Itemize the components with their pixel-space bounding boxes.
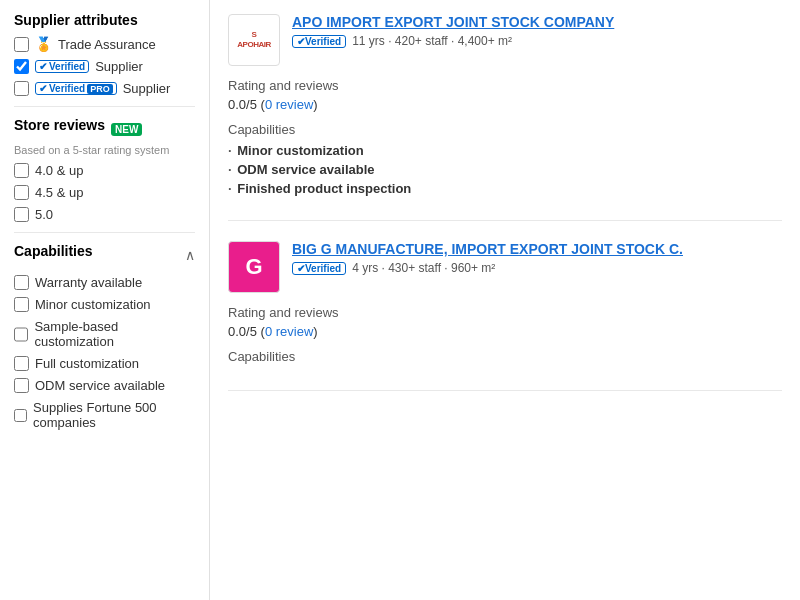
sidebar: Supplier attributes 🏅 Trade Assurance ✔ … xyxy=(0,0,210,600)
supplier-name-bigg[interactable]: BIG G MANUFACTURE, IMPORT EXPORT JOINT S… xyxy=(292,241,782,257)
trade-assurance-label: Trade Assurance xyxy=(58,37,156,52)
rating-label-bigg: Rating and reviews xyxy=(228,305,782,320)
filter-odm[interactable]: ODM service available xyxy=(14,378,195,393)
logo-text-bigg: G xyxy=(245,254,262,280)
capability-minor-apo: · Minor customization xyxy=(228,143,782,158)
verified-pro-badge: ✔ Verified PRO xyxy=(35,82,117,95)
fortune500-label: Supplies Fortune 500 companies xyxy=(33,400,195,430)
verified-pro-check-icon: ✔ xyxy=(39,83,47,94)
verified-pro-checkbox[interactable] xyxy=(14,81,29,96)
filter-full-custom[interactable]: Full customization xyxy=(14,356,195,371)
verified-badge-label: Verified xyxy=(49,61,85,72)
review-link-bigg[interactable]: 0 review xyxy=(265,324,313,339)
rating-score-apo: 0.0/5 xyxy=(228,97,257,112)
verified-pro-text: Verified xyxy=(49,83,85,94)
rating-45up-label: 4.5 & up xyxy=(35,185,83,200)
supplier-logo-bigg: G xyxy=(228,241,280,293)
verified-check-icon: ✔ xyxy=(39,61,47,72)
verified-inline-apo: ✔ Verified xyxy=(292,35,346,48)
supplier-info-bigg: BIG G MANUFACTURE, IMPORT EXPORT JOINT S… xyxy=(292,241,782,275)
supplier-meta-bigg: ✔ Verified 4 yrs · 430+ staff · 960+ m² xyxy=(292,261,782,275)
supplier-card-apo: SAPOHAIR APO IMPORT EXPORT JOINT STOCK C… xyxy=(228,14,782,221)
verified-check-bigg-icon: ✔ xyxy=(297,263,305,274)
verified-pro-label: Supplier xyxy=(123,81,171,96)
supplier-header-apo: SAPOHAIR APO IMPORT EXPORT JOINT STOCK C… xyxy=(228,14,782,66)
bullet-icon-3: · xyxy=(228,181,232,196)
supplier-header-bigg: G BIG G MANUFACTURE, IMPORT EXPORT JOINT… xyxy=(228,241,782,293)
capability-text-1: Minor customization xyxy=(237,143,363,158)
rating-value-bigg: 0.0/5 (0 review) xyxy=(228,324,782,339)
warranty-checkbox[interactable] xyxy=(14,275,29,290)
supplier-logo-apo: SAPOHAIR xyxy=(228,14,280,66)
odm-checkbox[interactable] xyxy=(14,378,29,393)
rating-4up-label: 4.0 & up xyxy=(35,163,83,178)
rating-5-label: 5.0 xyxy=(35,207,53,222)
verified-label-bigg: Verified xyxy=(305,263,341,274)
verified-supplier-checkbox[interactable] xyxy=(14,59,29,74)
full-custom-checkbox[interactable] xyxy=(14,356,29,371)
rating-score-bigg: 0.0/5 xyxy=(228,324,257,339)
rating-45up-checkbox[interactable] xyxy=(14,185,29,200)
verified-inline-bigg: ✔ Verified xyxy=(292,262,346,275)
filter-verified-supplier[interactable]: ✔ Verified Supplier xyxy=(14,59,195,74)
verified-badge: ✔ Verified xyxy=(35,60,89,73)
divider-1 xyxy=(14,106,195,107)
supplier-meta-apo: ✔ Verified 11 yrs · 420+ staff · 4,400+ … xyxy=(292,34,782,48)
filter-rating-4up[interactable]: 4.0 & up xyxy=(14,163,195,178)
warranty-label: Warranty available xyxy=(35,275,142,290)
store-reviews-header: Store reviews NEW xyxy=(14,117,195,141)
minor-custom-checkbox[interactable] xyxy=(14,297,29,312)
supplier-card-bigg: G BIG G MANUFACTURE, IMPORT EXPORT JOINT… xyxy=(228,241,782,391)
capabilities-header: Capabilities ∧ xyxy=(14,243,195,267)
verified-label-apo: Verified xyxy=(305,36,341,47)
filter-warranty[interactable]: Warranty available xyxy=(14,275,195,290)
divider-2 xyxy=(14,232,195,233)
new-badge: NEW xyxy=(111,123,142,136)
review-link-apo[interactable]: 0 review xyxy=(265,97,313,112)
verified-supplier-label: Supplier xyxy=(95,59,143,74)
supplier-attributes-title: Supplier attributes xyxy=(14,12,195,28)
bullet-icon-1: · xyxy=(228,143,232,158)
capability-odm-apo: · ODM service available xyxy=(228,162,782,177)
full-custom-label: Full customization xyxy=(35,356,139,371)
sample-based-checkbox[interactable] xyxy=(14,327,28,342)
supplier-meta-info-apo: 11 yrs · 420+ staff · 4,400+ m² xyxy=(352,34,512,48)
fortune500-checkbox[interactable] xyxy=(14,408,27,423)
capability-inspection-apo: · Finished product inspection xyxy=(228,181,782,196)
filter-fortune500[interactable]: Supplies Fortune 500 companies xyxy=(14,400,195,430)
rating-subtitle: Based on a 5-star rating system xyxy=(14,144,195,156)
capabilities-title: Capabilities xyxy=(14,243,93,259)
verified-check-apo-icon: ✔ xyxy=(297,36,305,47)
rating-5-checkbox[interactable] xyxy=(14,207,29,222)
rating-label-apo: Rating and reviews xyxy=(228,78,782,93)
trade-assurance-checkbox[interactable] xyxy=(14,37,29,52)
supplier-info-apo: APO IMPORT EXPORT JOINT STOCK COMPANY ✔ … xyxy=(292,14,782,48)
rating-value-apo: 0.0/5 (0 review) xyxy=(228,97,782,112)
minor-custom-label: Minor customization xyxy=(35,297,151,312)
supplier-meta-info-bigg: 4 yrs · 430+ staff · 960+ m² xyxy=(352,261,495,275)
rating-4up-checkbox[interactable] xyxy=(14,163,29,178)
capabilities-label-apo: Capabilities xyxy=(228,122,782,137)
filter-verified-pro-supplier[interactable]: ✔ Verified PRO Supplier xyxy=(14,81,195,96)
filter-sample-based[interactable]: Sample-based customization xyxy=(14,319,195,349)
odm-label: ODM service available xyxy=(35,378,165,393)
bullet-icon-2: · xyxy=(228,162,232,177)
pro-tag: PRO xyxy=(87,84,113,94)
store-reviews-title: Store reviews xyxy=(14,117,105,133)
capability-text-2: ODM service available xyxy=(237,162,374,177)
main-content: SAPOHAIR APO IMPORT EXPORT JOINT STOCK C… xyxy=(210,0,800,600)
capability-text-3: Finished product inspection xyxy=(237,181,411,196)
chevron-up-icon[interactable]: ∧ xyxy=(185,247,195,263)
supplier-name-apo[interactable]: APO IMPORT EXPORT JOINT STOCK COMPANY xyxy=(292,14,782,30)
filter-trade-assurance[interactable]: 🏅 Trade Assurance xyxy=(14,36,195,52)
filter-minor-custom[interactable]: Minor customization xyxy=(14,297,195,312)
capabilities-label-bigg: Capabilities xyxy=(228,349,782,364)
sample-based-label: Sample-based customization xyxy=(34,319,195,349)
trade-assurance-icon: 🏅 xyxy=(35,36,52,52)
filter-rating-45up[interactable]: 4.5 & up xyxy=(14,185,195,200)
filter-rating-5[interactable]: 5.0 xyxy=(14,207,195,222)
